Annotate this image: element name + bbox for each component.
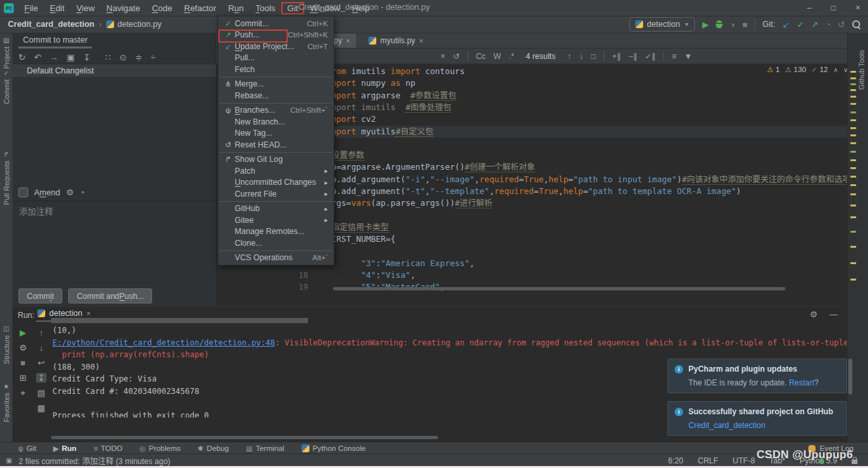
commit-message-input[interactable]: 添加注释 <box>19 205 53 217</box>
restart-link[interactable]: Restart <box>789 378 814 387</box>
git-menu-item-current-file[interactable]: Current File▸ <box>218 188 334 200</box>
amend-label[interactable]: Amend <box>34 188 60 197</box>
preview-diff-icon[interactable]: ⊙ <box>119 52 127 62</box>
menubar-item-file[interactable]: File <box>18 2 44 14</box>
tab-close-icon[interactable]: × <box>87 309 90 317</box>
git-menu-item-commit[interactable]: ✓Commit...Ctrl+K <box>218 18 334 29</box>
run-config-select[interactable]: detection ▼ <box>629 17 696 31</box>
git-menu-item-vcs-operations[interactable]: VCS OperationsAlt+` <box>218 252 334 264</box>
hide-panel-icon[interactable]: — <box>829 309 838 319</box>
tool-button-terminal[interactable]: ▤Terminal <box>246 444 284 452</box>
inspection-widget[interactable]: ⚠ 1 ⚠ 130 ✓ 12 ∧ ∨ <box>767 66 848 74</box>
words-toggle[interactable]: W <box>494 52 501 61</box>
run-settings-icon[interactable]: ⚙ <box>810 309 818 319</box>
clear-console-icon[interactable]: ▦ <box>37 403 45 413</box>
run-button[interactable]: ▶ <box>702 20 709 29</box>
menubar-item-code[interactable]: Code <box>146 2 178 14</box>
git-menu-item-update-project[interactable]: ↙Update Project...Ctrl+T <box>218 41 334 52</box>
notification-github[interactable]: i Successfully shared project on GitHub … <box>667 401 847 436</box>
git-menu-item-new-branch[interactable]: New Branch... <box>218 116 334 128</box>
prev-occurrence-icon[interactable]: ↑ <box>567 52 571 61</box>
editor-hscrollbar[interactable] <box>333 287 785 290</box>
breadcrumb-file[interactable]: detection.py <box>117 20 161 29</box>
menubar-item-view[interactable]: View <box>70 2 100 14</box>
breadcrumb-project[interactable]: Credit_card_detection <box>8 20 94 29</box>
commit-and-push-button[interactable]: Commit and Push... <box>68 288 152 303</box>
search-everywhere-icon[interactable] <box>852 20 860 28</box>
get-from-vcs-icon[interactable]: ↧ <box>83 52 90 62</box>
remove-occurrence-icon[interactable]: −∥ <box>629 52 637 61</box>
close-search-icon[interactable]: × <box>441 52 445 61</box>
gear-icon[interactable]: ⚙ <box>66 187 74 197</box>
pin-icon[interactable]: ⌖ <box>20 388 25 399</box>
tool-button-python-console[interactable]: Python Console <box>302 444 366 452</box>
git-menu-item-new-tag[interactable]: New Tag... <box>218 128 334 140</box>
console-hscrollbar[interactable] <box>51 436 438 439</box>
history-icon[interactable]: ◔ <box>79 187 85 197</box>
soft-wrap-icon[interactable]: ↩ <box>38 358 45 368</box>
maximize-button[interactable]: □ <box>831 3 836 12</box>
stop-button[interactable]: ■ <box>742 20 747 29</box>
minimize-button[interactable]: – <box>807 3 812 12</box>
encoding[interactable]: UTF-8 <box>733 456 755 465</box>
changelist-row[interactable]: Default Changelist <box>12 64 216 77</box>
prev-problem-icon[interactable]: ∧ <box>833 66 838 73</box>
debug-button[interactable] <box>716 20 722 28</box>
stop-icon[interactable]: ■ <box>20 358 26 368</box>
menubar-item-tools[interactable]: Tools <box>250 2 281 14</box>
tool-button-problems[interactable]: ◎Problems <box>140 444 181 452</box>
tool-button-favorites[interactable]: ★Favorites <box>0 383 12 422</box>
tool-button-commit[interactable]: ✓Commit <box>0 69 12 104</box>
git-menu-item-pull[interactable]: Pull... <box>218 52 334 64</box>
settings-icon[interactable]: ⚙ <box>19 343 27 353</box>
git-menu-item-reset-head[interactable]: ↺Reset HEAD... <box>218 139 334 151</box>
git-menu-item-show-git-log[interactable]: ↱Show Git Log <box>218 154 334 166</box>
git-menu-item-patch[interactable]: Patch▸ <box>218 165 334 177</box>
revert-icon[interactable]: → <box>50 52 58 62</box>
rerun-icon[interactable]: ▶ <box>20 328 26 338</box>
tool-button-project[interactable]: ▤Project <box>0 37 12 69</box>
menubar-item-refactor[interactable]: Refactor <box>178 2 222 14</box>
collapse-all-icon[interactable]: ÷ <box>151 52 155 62</box>
git-commit-icon[interactable]: ✓ <box>797 20 804 29</box>
expand-all-icon[interactable]: ≑ <box>135 52 142 62</box>
toolwindow-toggle-icon[interactable]: ▣ <box>6 457 12 464</box>
caret-position[interactable]: 6:20 <box>668 456 683 465</box>
commit-tab-label[interactable]: Commit to master <box>23 35 88 45</box>
git-menu-item-github[interactable]: GitHub▸ <box>218 203 334 215</box>
add-occurrence-icon[interactable]: +∥ <box>612 52 621 61</box>
git-menu-item-branches[interactable]: ψBranches...Ctrl+Shift+` <box>218 105 334 117</box>
console-file-link[interactable]: E:/python/Credit_card_detection/detectio… <box>52 338 275 347</box>
next-occurrence-icon[interactable]: ↓ <box>579 52 583 61</box>
restore-layout-icon[interactable]: ⊞ <box>20 373 27 383</box>
tab-close-icon[interactable]: × <box>346 37 350 45</box>
git-menu-item-rebase[interactable]: Rebase... <box>218 90 334 102</box>
git-menu-item-uncommitted-changes[interactable]: Uncommitted Changes▸ <box>218 177 334 189</box>
menubar-item-run[interactable]: Run <box>222 2 250 14</box>
editor-tab-myutils-py[interactable]: myutils.py× <box>363 33 429 48</box>
tool-button-debug[interactable]: ✱Debug <box>198 444 229 452</box>
tool-button-todo[interactable]: ≡TODO <box>94 444 123 452</box>
git-menu-item-clone[interactable]: Clone... <box>218 237 334 249</box>
scroll-to-end-icon[interactable]: ↧ <box>36 373 47 383</box>
repository-link[interactable]: Credit_card_detection <box>688 421 765 430</box>
run-tab[interactable]: detection × <box>37 309 90 318</box>
filter-icon[interactable]: ▼ <box>684 52 692 61</box>
up-stack-trace-icon[interactable]: ↑ <box>39 328 44 338</box>
tool-button-git[interactable]: ψGit <box>18 444 36 452</box>
down-stack-trace-icon[interactable]: ↓ <box>39 343 44 353</box>
git-menu-item-gitee[interactable]: Gitee▸ <box>218 214 334 226</box>
select-all-occurrences-icon[interactable]: ✓∥ <box>645 52 656 61</box>
multiline-toggle-icon[interactable]: ≡ <box>672 52 677 61</box>
line-endings[interactable]: CRLF <box>698 456 718 465</box>
search-history-icon[interactable]: ↺ <box>453 52 460 61</box>
git-menu-item-manage-remotes[interactable]: Manage Remotes... <box>218 226 334 238</box>
regex-toggle[interactable]: .* <box>509 52 514 61</box>
tool-button-run[interactable]: ▶Run <box>53 444 76 452</box>
open-in-find-window-icon[interactable]: □ <box>591 52 595 61</box>
menubar-item-edit[interactable]: Edit <box>44 2 70 14</box>
git-menu-item-fetch[interactable]: Fetch <box>218 64 334 75</box>
coverage-button[interactable]: ◑ <box>730 20 735 29</box>
git-push-icon[interactable]: ↗ <box>811 20 818 29</box>
next-problem-icon[interactable]: ∨ <box>843 66 848 73</box>
